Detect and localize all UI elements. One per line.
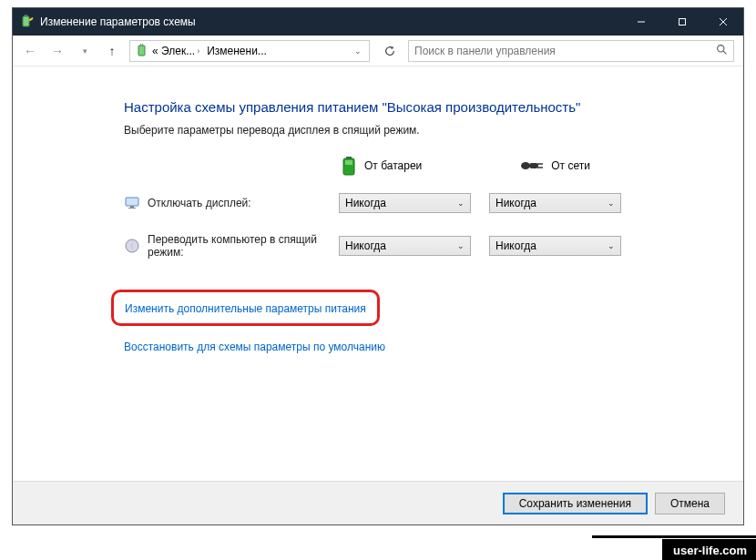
sleep-label: Переводить компьютер в спящий режим: bbox=[148, 233, 330, 259]
plug-icon bbox=[518, 158, 544, 173]
display-battery-select[interactable]: Никогда⌄ bbox=[339, 193, 471, 213]
address-dropdown-icon[interactable]: ⌄ bbox=[354, 46, 362, 56]
watermark: user-life.com bbox=[662, 539, 756, 560]
advanced-settings-link[interactable]: Изменить дополнительные параметры питани… bbox=[125, 302, 366, 315]
minimize-button[interactable] bbox=[620, 8, 661, 36]
display-ac-select[interactable]: Никогда⌄ bbox=[489, 193, 621, 213]
chevron-down-icon: ⌄ bbox=[608, 199, 615, 208]
search-icon bbox=[716, 44, 728, 58]
window-controls bbox=[620, 8, 743, 36]
address-bar[interactable]: « Элек... › Изменени... ⌄ bbox=[129, 40, 370, 62]
svg-rect-20 bbox=[130, 206, 134, 208]
window: Изменение параметров схемы ← → ▾ ↑ « Эле… bbox=[12, 7, 744, 525]
breadcrumb-label: « Элек... bbox=[152, 45, 195, 57]
close-button[interactable] bbox=[702, 8, 743, 36]
battery-label: От батареи bbox=[364, 159, 422, 172]
toolbar: ← → ▾ ↑ « Элек... › Изменени... ⌄ Поиск … bbox=[13, 36, 743, 66]
refresh-button[interactable] bbox=[377, 40, 403, 62]
control-panel-icon bbox=[136, 44, 150, 58]
sleep-battery-select[interactable]: Никогда⌄ bbox=[339, 236, 471, 256]
svg-rect-8 bbox=[140, 44, 141, 46]
save-button[interactable]: Сохранить изменения bbox=[503, 493, 648, 514]
battery-column: От батареи bbox=[341, 155, 422, 177]
restore-defaults-link[interactable]: Восстановить для схемы параметры по умол… bbox=[124, 341, 743, 353]
watermark-bar bbox=[592, 535, 756, 538]
chevron-down-icon: ⌄ bbox=[457, 199, 465, 208]
cancel-button[interactable]: Отмена bbox=[655, 493, 725, 514]
recent-chevron-icon[interactable]: ▾ bbox=[71, 37, 98, 65]
moon-icon bbox=[124, 238, 140, 254]
svg-point-15 bbox=[521, 162, 530, 169]
titlebar: Изменение параметров схемы bbox=[13, 8, 743, 36]
footer: Сохранить изменения Отмена bbox=[13, 481, 743, 524]
svg-rect-19 bbox=[126, 198, 138, 206]
page-subheading: Выберите параметры перевода дисплея в сп… bbox=[124, 124, 743, 137]
breadcrumb-current[interactable]: Изменени... bbox=[203, 45, 271, 57]
page-heading: Настройка схемы управления питанием "Выс… bbox=[124, 99, 743, 115]
chevron-down-icon: ⌄ bbox=[457, 241, 465, 250]
sleep-row: Переводить компьютер в спящий режим: Ник… bbox=[124, 233, 743, 259]
breadcrumb-root[interactable]: « Элек... › bbox=[132, 44, 203, 58]
display-off-row: Отключать дисплей: Никогда⌄ Никогда⌄ bbox=[124, 193, 743, 213]
maximize-button[interactable] bbox=[661, 8, 702, 36]
svg-point-10 bbox=[718, 45, 724, 51]
display-off-label: Отключать дисплей: bbox=[148, 197, 330, 209]
sleep-ac-select[interactable]: Никогда⌄ bbox=[489, 236, 621, 256]
svg-rect-7 bbox=[138, 46, 145, 56]
search-placeholder: Поиск в панели управления bbox=[414, 45, 556, 57]
svg-rect-4 bbox=[679, 19, 685, 25]
highlighted-link-box: Изменить дополнительные параметры питани… bbox=[111, 290, 380, 326]
svg-rect-1 bbox=[25, 15, 26, 16]
breadcrumb-label: Изменени... bbox=[207, 45, 267, 57]
chevron-right-icon: › bbox=[197, 46, 199, 56]
chevron-down-icon: ⌄ bbox=[608, 241, 615, 250]
svg-rect-9 bbox=[142, 44, 143, 46]
ac-column: От сети bbox=[518, 158, 590, 173]
column-headers: От батареи От сети bbox=[341, 155, 743, 177]
svg-rect-21 bbox=[128, 208, 136, 209]
forward-button[interactable]: → bbox=[44, 37, 71, 65]
search-input[interactable]: Поиск в панели управления bbox=[408, 40, 734, 62]
svg-rect-0 bbox=[23, 16, 29, 26]
app-icon bbox=[20, 15, 35, 29]
window-title: Изменение параметров схемы bbox=[40, 15, 620, 28]
svg-rect-16 bbox=[529, 163, 538, 168]
up-button[interactable]: ↑ bbox=[98, 37, 126, 65]
back-button[interactable]: ← bbox=[16, 37, 44, 65]
svg-point-22 bbox=[126, 239, 138, 252]
ac-label: От сети bbox=[551, 159, 590, 172]
svg-rect-14 bbox=[345, 160, 352, 165]
svg-line-11 bbox=[723, 51, 726, 54]
content-area: Настройка схемы управления питанием "Выс… bbox=[13, 66, 743, 481]
svg-rect-2 bbox=[26, 15, 27, 16]
monitor-icon bbox=[124, 195, 140, 211]
battery-icon bbox=[341, 155, 357, 177]
